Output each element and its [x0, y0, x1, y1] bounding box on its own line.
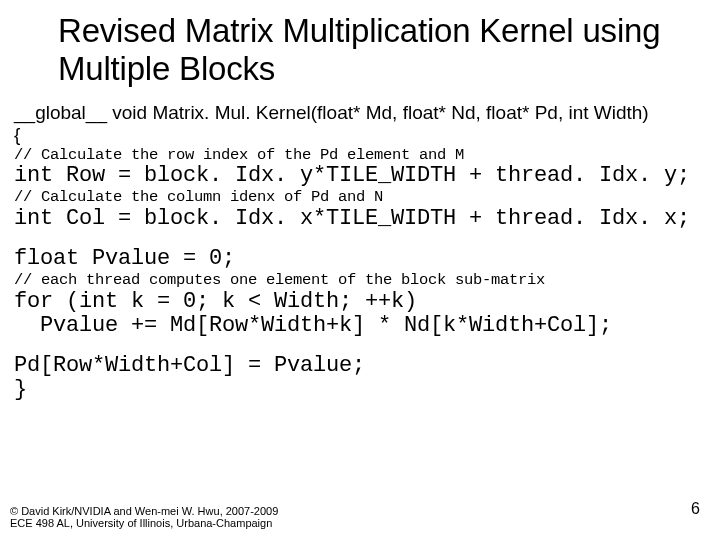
footer-line-2: ECE 498 AL, University of Illinois, Urba…	[10, 517, 278, 530]
brace-close: }	[14, 378, 708, 402]
footer-line-1: © David Kirk/NVIDIA and Wen-mei W. Hwu, …	[10, 505, 278, 518]
col-assignment: int Col = block. Idx. x*TILE_WIDTH + thr…	[14, 207, 708, 231]
brace-open: {	[14, 124, 708, 146]
row-assignment: int Row = block. Idx. y*TILE_WIDTH + thr…	[14, 164, 708, 188]
code-block: __global__ void Matrix. Mul. Kernel(floa…	[10, 102, 710, 403]
kernel-signature: __global__ void Matrix. Mul. Kernel(floa…	[14, 102, 708, 124]
copyright-footer: © David Kirk/NVIDIA and Wen-mei W. Hwu, …	[10, 505, 278, 530]
slide-title: Revised Matrix Multiplication Kernel usi…	[10, 12, 710, 88]
loop-body: Pvalue += Md[Row*Width+k] * Nd[k*Width+C…	[14, 314, 708, 338]
for-loop: for (int k = 0; k < Width; ++k)	[14, 290, 708, 314]
comment-loop: // each thread computes one element of t…	[14, 271, 708, 290]
result-assign: Pd[Row*Width+Col] = Pvalue;	[14, 354, 708, 378]
page-number: 6	[691, 500, 700, 518]
comment-col: // Calculate the column idenx of Pd and …	[14, 188, 708, 207]
pvalue-init: float Pvalue = 0;	[14, 247, 708, 271]
comment-row: // Calculate the row index of the Pd ele…	[14, 146, 708, 165]
